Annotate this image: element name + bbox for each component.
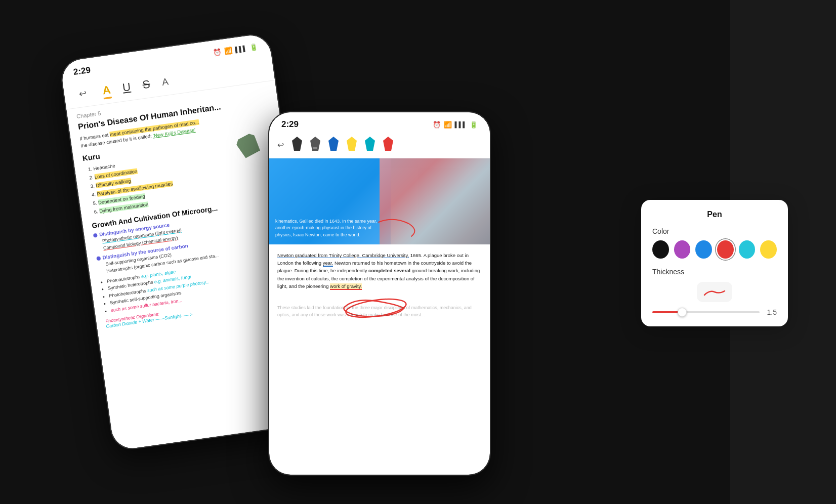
svg-marker-0 [292,137,302,151]
phone-front-screen: 2:29 ⏰ 📶 ▌▌▌ 🔋 ↩ [269,112,490,475]
format-underline[interactable]: U [121,80,131,95]
swatch-red[interactable] [717,240,734,259]
highlighter-teal-btn[interactable] [365,137,375,153]
signal-icon: ▌▌▌ [235,45,247,53]
thickness-section: Thickness 1.5 [652,268,777,316]
highlighter-dark-btn[interactable] [292,137,302,153]
swatch-blue[interactable] [695,240,712,259]
signal-icon-front: ▌▌▌ [455,121,467,128]
highlighter-blue-btn[interactable] [328,137,339,153]
thickness-label: Thickness [652,268,777,276]
newton-content: Newton graduated from Trinity College, C… [269,244,490,297]
format-strikethrough[interactable]: S [142,77,151,92]
doc-image-overlay: kinematics, Galileo died in 1643. In the… [269,158,391,244]
front-statusbar: 2:29 ⏰ 📶 ▌▌▌ 🔋 [269,112,490,133]
back-status-icons: ⏰ 📶 ▌▌▌ 🔋 [213,43,259,57]
clock-icon-front: ⏰ [433,121,441,129]
svg-marker-3 [328,137,339,151]
back-time: 2:29 [73,65,91,78]
phone-front: 2:29 ⏰ 📶 ▌▌▌ 🔋 ↩ [268,111,491,476]
front-status-icons: ⏰ 📶 ▌▌▌ 🔋 [433,121,478,129]
swatch-black[interactable] [652,240,669,259]
pen-popup-title: Pen [652,210,777,219]
highlighter-dark2-btn[interactable] [310,137,320,153]
swatch-teal[interactable] [739,240,756,259]
pen-popup: Pen Color Thickness 1.5 [641,200,788,326]
thickness-preview [697,282,732,302]
swatch-purple[interactable] [674,240,691,259]
newton-para: Newton graduated from Trinity College, C… [277,251,482,290]
color-label: Color [652,227,777,235]
color-swatches [652,240,777,259]
wifi-icon: 📶 [224,47,233,55]
highlighter-mark [232,133,266,165]
highlighter-yellow-btn[interactable] [347,137,357,153]
svg-rect-2 [313,147,317,149]
battery-icon-front: 🔋 [470,121,478,129]
front-toolbar: ↩ [269,133,490,158]
slider-row: 1.5 [652,308,777,316]
format-font-size[interactable]: A [161,76,170,88]
faded-para: These studies laid the foundation for th… [277,304,482,319]
svg-marker-4 [347,137,357,151]
thickness-slider[interactable] [652,311,760,313]
doc-image-photo [380,158,490,244]
doc-image-text: kinematics, Galileo died in 1643. In the… [275,218,385,239]
wifi-icon-front: 📶 [444,121,452,129]
doc-image: kinematics, Galileo died in 1643. In the… [269,158,490,244]
battery-icon: 🔋 [249,43,259,52]
pen-undo-btn[interactable]: ↩ [277,140,284,150]
front-time: 2:29 [281,119,299,130]
swatch-yellow[interactable] [760,240,777,259]
clock-icon: ⏰ [213,48,222,57]
faded-content: These studies laid the foundation for th… [269,297,490,326]
undo-icon[interactable]: ↩ [73,85,92,103]
svg-marker-6 [383,137,393,151]
format-bold-A[interactable]: A [102,83,111,97]
highlighter-red-btn[interactable] [383,137,393,153]
svg-marker-5 [365,137,375,151]
thickness-value: 1.5 [765,308,777,316]
thickness-curve-svg [702,286,727,298]
slider-thumb[interactable] [678,308,687,317]
